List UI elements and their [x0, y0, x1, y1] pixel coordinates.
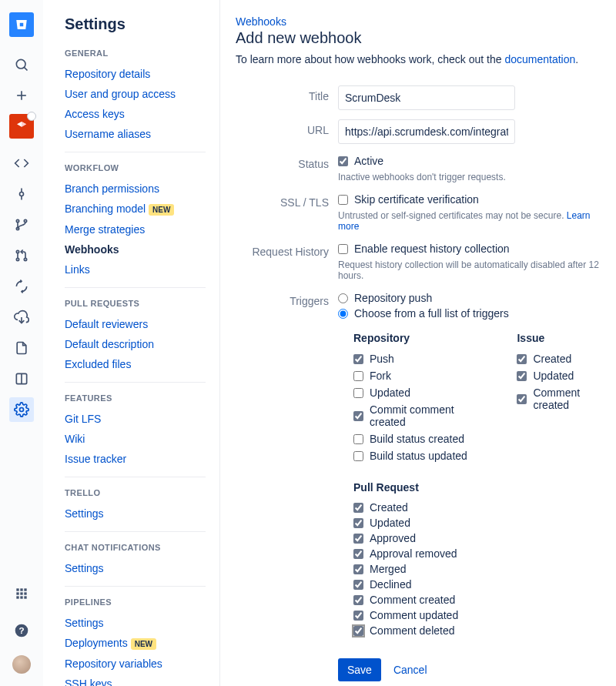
- trigger-checkbox[interactable]: [517, 371, 527, 381]
- group-label: FEATURES: [65, 393, 206, 403]
- sidebar-item[interactable]: Access keys: [65, 104, 206, 124]
- sidebar-item[interactable]: Repository details: [65, 64, 206, 84]
- svg-rect-17: [16, 588, 18, 591]
- trigger-checkbox[interactable]: [353, 626, 363, 636]
- new-badge: NEW: [149, 204, 174, 216]
- svg-point-16: [20, 408, 24, 412]
- intro-text: To learn more about how webhooks work, c…: [236, 53, 608, 65]
- group-label: PULL REQUESTS: [65, 299, 206, 308]
- deployments-icon[interactable]: [9, 305, 34, 330]
- url-label: URL: [236, 119, 338, 144]
- sidebar-item[interactable]: DeploymentsNEW: [65, 633, 206, 654]
- svg-rect-21: [20, 592, 22, 594]
- user-avatar[interactable]: [12, 655, 31, 674]
- pull-requests-icon[interactable]: [9, 243, 34, 268]
- breadcrumb[interactable]: Webhooks: [236, 15, 608, 28]
- icon-rail: ?: [0, 0, 43, 686]
- boards-icon[interactable]: [9, 366, 34, 391]
- sidebar-item[interactable]: Settings: [65, 504, 206, 524]
- trigger-checkbox[interactable]: [353, 451, 363, 461]
- sidebar-item[interactable]: Links: [65, 259, 206, 279]
- trigger-checkbox[interactable]: [353, 503, 363, 513]
- plus-icon[interactable]: [9, 83, 34, 108]
- group-label: TRELLO: [65, 488, 206, 497]
- trigger-checkbox[interactable]: [353, 354, 363, 364]
- group-label: PIPELINES: [65, 597, 206, 607]
- apps-icon[interactable]: [9, 581, 34, 606]
- trigger-checkbox[interactable]: [353, 564, 363, 574]
- sidebar-item[interactable]: Username aliases: [65, 124, 206, 144]
- sidebar-item[interactable]: Git LFS: [65, 409, 206, 429]
- title-label: Title: [236, 85, 338, 110]
- search-icon[interactable]: [9, 52, 34, 77]
- ssl-skip-checkbox[interactable]: [338, 195, 348, 205]
- cancel-button[interactable]: Cancel: [393, 664, 427, 676]
- trigger-checkbox[interactable]: [517, 354, 527, 364]
- trigger-checkbox[interactable]: [353, 595, 363, 605]
- status-active-label: Active: [354, 155, 383, 167]
- settings-icon[interactable]: [9, 397, 34, 422]
- svg-text:?: ?: [18, 625, 24, 635]
- history-checkbox-label: Enable request history collection: [354, 243, 510, 255]
- trigger-checkbox[interactable]: [353, 534, 363, 544]
- trigger-label: Comment updated: [370, 609, 458, 621]
- sidebar-item[interactable]: Repository variables: [65, 654, 206, 674]
- trigger-checkbox[interactable]: [353, 549, 363, 559]
- downloads-icon[interactable]: [9, 336, 34, 360]
- trigger-group-pull-request: Pull Request CreatedUpdatedApprovedAppro…: [353, 481, 608, 638]
- sidebar-item[interactable]: Settings: [65, 613, 206, 633]
- trigger-label: Comment created: [370, 594, 455, 606]
- sidebar-item[interactable]: Default description: [65, 334, 206, 354]
- sidebar-item[interactable]: Wiki: [65, 429, 206, 449]
- trigger-label: Push: [370, 353, 394, 365]
- svg-rect-22: [24, 592, 26, 594]
- documentation-link[interactable]: documentation: [504, 53, 575, 65]
- trigger-checkbox[interactable]: [353, 371, 363, 381]
- sidebar-item[interactable]: Merge strategies: [65, 219, 206, 239]
- trigger-checkbox[interactable]: [353, 611, 363, 621]
- trigger-label: Commit comment created: [370, 403, 478, 428]
- trigger-checkbox[interactable]: [353, 388, 363, 398]
- title-input[interactable]: [338, 85, 515, 110]
- sidebar-item[interactable]: Branching modelNEW: [65, 199, 206, 219]
- sidebar-item[interactable]: Settings: [65, 558, 206, 578]
- new-badge: NEW: [131, 638, 156, 650]
- help-icon[interactable]: ?: [9, 618, 34, 643]
- trigger-group-repository: Repository PushForkUpdatedCommit comment…: [353, 332, 478, 464]
- sidebar-item[interactable]: SSH keys: [65, 674, 206, 686]
- bitbucket-logo-icon[interactable]: [9, 12, 34, 37]
- trigger-full-radio[interactable]: [338, 309, 348, 319]
- sidebar-item[interactable]: Issue tracker: [65, 449, 206, 469]
- url-input[interactable]: [338, 119, 515, 144]
- main-content: Webhooks Add new webhook To learn more a…: [220, 0, 616, 686]
- sidebar-item[interactable]: User and group access: [65, 84, 206, 104]
- trigger-checkbox[interactable]: [353, 518, 363, 528]
- save-button[interactable]: Save: [338, 658, 381, 681]
- trigger-push-radio[interactable]: [338, 293, 348, 303]
- source-icon[interactable]: [9, 151, 34, 176]
- history-help: Request history collection will be autom…: [338, 259, 608, 281]
- svg-point-13: [24, 258, 26, 260]
- repo-tile-icon[interactable]: [9, 114, 34, 139]
- pipelines-icon[interactable]: [9, 274, 34, 299]
- branches-icon[interactable]: [9, 212, 34, 237]
- trigger-checkbox[interactable]: [517, 394, 527, 404]
- svg-rect-20: [16, 592, 18, 594]
- triggers-label: Triggers: [236, 290, 338, 681]
- status-active-checkbox[interactable]: [338, 156, 348, 166]
- sidebar-item[interactable]: Webhooks: [65, 239, 206, 259]
- trigger-label: Approval removed: [370, 547, 457, 560]
- trigger-checkbox[interactable]: [353, 580, 363, 590]
- trigger-push-radio-label: Repository push: [354, 292, 432, 304]
- settings-sidebar: Settings GENERALRepository detailsUser a…: [43, 0, 220, 686]
- history-checkbox[interactable]: [338, 244, 348, 254]
- sidebar-item[interactable]: Branch permissions: [65, 179, 206, 199]
- svg-rect-25: [24, 596, 26, 598]
- trigger-checkbox[interactable]: [353, 434, 363, 444]
- sidebar-item[interactable]: Excluded files: [65, 354, 206, 374]
- sidebar-item[interactable]: Default reviewers: [65, 314, 206, 334]
- commits-icon[interactable]: [9, 182, 34, 206]
- svg-point-8: [16, 219, 18, 222]
- trigger-label: Build status updated: [370, 450, 467, 462]
- trigger-checkbox[interactable]: [353, 411, 363, 421]
